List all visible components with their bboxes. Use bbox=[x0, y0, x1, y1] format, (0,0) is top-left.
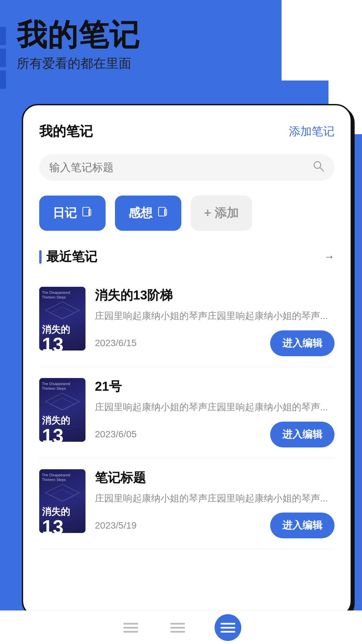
note-date-2: 2023/5/19 bbox=[95, 520, 137, 531]
phone-card: 我的笔记 添加笔记 日记 bbox=[22, 104, 352, 617]
book-cover-num-0: 13 bbox=[42, 335, 83, 351]
svg-marker-11 bbox=[50, 489, 74, 501]
section-header: 最近笔记 → bbox=[39, 248, 335, 265]
svg-rect-17 bbox=[170, 631, 185, 633]
sub-title: 所有爱看的都在里面 bbox=[17, 55, 140, 72]
book-cover-en-0: The Disappeared Thirteen Steps bbox=[42, 290, 83, 300]
note-content-1: 21号 庄园里响起康纳小姐的琴声庄园里响起康纳小姐的琴声... 2023/6/0… bbox=[95, 378, 335, 447]
search-bar bbox=[39, 154, 335, 181]
note-date-0: 2023/6/15 bbox=[95, 338, 137, 348]
note-content-2: 笔记标题 庄园里响起康纳小姐的琴声庄园里响起康纳小姐的琴声... 2023/5/… bbox=[95, 469, 335, 539]
tab-diary-icon bbox=[81, 207, 92, 220]
tab-add[interactable]: + 添加 bbox=[191, 196, 252, 231]
svg-rect-20 bbox=[221, 631, 235, 633]
tab-thoughts-icon bbox=[157, 207, 168, 220]
book-cover-num-2: 13 bbox=[42, 517, 83, 533]
svg-marker-6 bbox=[45, 302, 79, 319]
accent-bar-3 bbox=[0, 70, 6, 89]
svg-marker-7 bbox=[50, 307, 74, 319]
main-title: 我的笔记 bbox=[17, 18, 140, 52]
svg-rect-13 bbox=[123, 627, 138, 629]
tab-thoughts[interactable]: 感想 bbox=[115, 196, 181, 231]
note-title-2: 笔记标题 bbox=[95, 469, 335, 486]
note-item-2: The Disappeared Thirteen Steps 消失的 13 級台… bbox=[39, 459, 335, 550]
note-footer-0: 2023/6/15 进入编辑 bbox=[95, 330, 335, 356]
accent-bars bbox=[0, 27, 6, 89]
note-excerpt-1: 庄园里响起康纳小姐的琴声庄园里响起康纳小姐的琴声... bbox=[95, 400, 335, 415]
card-title: 我的笔记 bbox=[39, 122, 93, 141]
nav-item-2[interactable] bbox=[168, 618, 188, 638]
category-tabs: 日记 感想 + 添加 bbox=[39, 196, 335, 231]
svg-marker-10 bbox=[45, 484, 79, 501]
card-inner: 我的笔记 添加笔记 日记 bbox=[23, 105, 351, 616]
svg-rect-19 bbox=[221, 627, 235, 629]
title-area: 我的笔记 所有爱看的都在里面 bbox=[17, 18, 140, 72]
svg-rect-16 bbox=[170, 627, 185, 629]
note-footer-1: 2023/6/05 进入编辑 bbox=[95, 422, 335, 447]
edit-button-1[interactable]: 进入编辑 bbox=[270, 422, 335, 447]
search-input[interactable] bbox=[49, 161, 312, 174]
card-header: 我的笔记 添加笔记 bbox=[39, 122, 335, 141]
nav-item-1[interactable] bbox=[121, 618, 141, 638]
search-icon[interactable] bbox=[312, 160, 324, 175]
tab-thoughts-label: 感想 bbox=[128, 205, 153, 221]
nav-item-active[interactable] bbox=[215, 614, 241, 641]
tab-diary-label: 日记 bbox=[53, 205, 77, 221]
note-excerpt-2: 庄园里响起康纳小姐的琴声庄园里响起康纳小姐的琴声... bbox=[95, 491, 335, 506]
note-title-0: 消失的13阶梯 bbox=[95, 287, 335, 304]
svg-line-1 bbox=[320, 167, 323, 171]
note-item-1: The Disappeared Thirteen Steps 消失的 13 級台… bbox=[39, 367, 335, 459]
add-note-button[interactable]: 添加笔记 bbox=[289, 124, 335, 139]
note-content-0: 消失的13阶梯 庄园里响起康纳小姐的琴声庄园里响起康纳小姐的琴声... 2023… bbox=[95, 287, 335, 356]
section-arrow[interactable]: → bbox=[324, 251, 335, 263]
tab-diary[interactable]: 日记 bbox=[39, 196, 106, 231]
book-cover-en-1: The Disappeared Thirteen Steps bbox=[42, 381, 83, 391]
note-cover-1: The Disappeared Thirteen Steps 消失的 13 級台… bbox=[39, 378, 85, 442]
svg-rect-18 bbox=[221, 623, 235, 625]
book-cover-num-1: 13 bbox=[42, 426, 83, 442]
svg-rect-14 bbox=[123, 631, 138, 633]
section-title: 最近笔记 bbox=[39, 248, 97, 265]
note-cover-0: The Disappeared Thirteen Steps 消失的 13 級台… bbox=[39, 287, 85, 351]
notes-list: The Disappeared Thirteen Steps 消失的 13 級台… bbox=[39, 276, 335, 549]
accent-bar-2 bbox=[0, 49, 6, 67]
svg-marker-8 bbox=[45, 393, 79, 410]
edit-button-0[interactable]: 进入编辑 bbox=[270, 330, 335, 356]
note-item-0: The Disappeared Thirteen Steps 消失的 13 級台… bbox=[39, 276, 335, 367]
note-date-1: 2023/6/05 bbox=[95, 429, 137, 440]
note-title-1: 21号 bbox=[95, 378, 335, 395]
svg-marker-9 bbox=[50, 398, 74, 410]
section-title-text: 最近笔记 bbox=[46, 248, 97, 265]
edit-button-2[interactable]: 进入编辑 bbox=[270, 513, 335, 538]
note-excerpt-0: 庄园里响起康纳小姐的琴声庄园里响起康纳小姐的琴声... bbox=[95, 309, 335, 324]
svg-rect-12 bbox=[123, 623, 138, 625]
book-cover-en-2: The Disappeared Thirteen Steps bbox=[42, 473, 83, 482]
note-cover-2: The Disappeared Thirteen Steps 消失的 13 級台… bbox=[39, 469, 85, 533]
tab-add-label: + 添加 bbox=[204, 205, 239, 221]
svg-rect-15 bbox=[170, 623, 185, 625]
bottom-nav bbox=[0, 610, 362, 644]
accent-bar-1 bbox=[0, 27, 6, 45]
note-footer-2: 2023/5/19 进入编辑 bbox=[95, 513, 335, 538]
section-title-bar bbox=[39, 250, 42, 264]
